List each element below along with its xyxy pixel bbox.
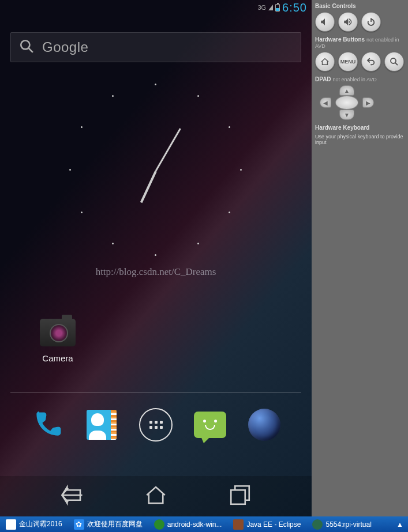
dock-bar	[0, 403, 312, 446]
dock-divider	[10, 393, 301, 393]
contacts-icon	[87, 410, 117, 440]
app-icon	[154, 519, 164, 530]
dpad-control: ▲ ▼ ◀ ▶	[315, 85, 379, 120]
apps-drawer-icon	[139, 408, 173, 442]
navigation-bar	[0, 476, 312, 516]
back-button[interactable]	[60, 483, 84, 510]
volume-down-button[interactable]	[315, 12, 335, 32]
emulator-menu-button[interactable]: MENU	[338, 52, 358, 71]
dpad-right[interactable]: ▶	[362, 97, 374, 108]
taskbar-item[interactable]: android-sdk-win...	[148, 516, 228, 532]
windows-taskbar: 金山词霸2016 ✿欢迎使用百度网盘 android-sdk-win... Ja…	[0, 516, 408, 532]
globe-icon	[248, 409, 280, 441]
hw-buttons-label: Hardware Buttons not enabled in AVD	[315, 36, 405, 49]
analog-clock-widget[interactable]	[69, 84, 242, 256]
svg-rect-2	[231, 490, 245, 504]
taskbar-item[interactable]: ✿欢迎使用百度网盘	[68, 516, 148, 532]
search-icon	[19, 39, 34, 56]
power-button[interactable]	[361, 12, 381, 32]
home-button[interactable]	[144, 483, 168, 510]
basic-controls-label: Basic Controls	[315, 3, 405, 9]
phone-app[interactable]	[29, 406, 66, 443]
recent-apps-button[interactable]	[228, 483, 252, 510]
hour-hand	[140, 171, 157, 203]
emulator-controls-panel: Basic Controls Hardware Buttons not enab…	[312, 0, 408, 516]
app-icon: ✿	[74, 519, 84, 530]
svg-line-1	[28, 48, 33, 52]
camera-label: Camera	[35, 353, 81, 363]
app-icon	[233, 519, 244, 530]
emulator-screen: 3G 6:50 Google http://blog.csdn.net/C_Dr…	[0, 0, 312, 516]
watermark-text: http://blog.csdn.net/C_Dreams	[0, 266, 312, 278]
camera-icon	[40, 319, 76, 346]
camera-app-icon[interactable]: Camera	[35, 319, 81, 363]
emulator-search-button[interactable]	[384, 52, 404, 71]
status-bar: 3G 6:50	[0, 0, 312, 15]
hw-keyboard-note: Use your physical keyboard to provide in…	[315, 134, 405, 145]
svg-point-0	[21, 40, 29, 49]
taskbar-item[interactable]: Java EE - Eclipse	[227, 516, 306, 532]
dpad-down[interactable]: ▼	[339, 110, 354, 120]
browser-app[interactable]	[246, 406, 283, 443]
messaging-icon	[194, 412, 226, 438]
app-icon	[6, 519, 16, 530]
dpad-left[interactable]: ◀	[320, 97, 331, 108]
minute-hand	[155, 128, 181, 171]
tray-chevron-icon: ▲	[396, 520, 403, 529]
emulator-home-button[interactable]	[315, 52, 335, 71]
contacts-app[interactable]	[83, 406, 120, 443]
dpad-center[interactable]	[335, 96, 358, 110]
hw-keyboard-label: Hardware Keyboard	[315, 124, 405, 131]
status-clock: 6:50	[282, 1, 307, 14]
signal-icon	[268, 5, 273, 10]
volume-up-button[interactable]	[338, 12, 358, 32]
system-tray[interactable]: ▲	[396, 520, 408, 529]
apps-drawer-button[interactable]	[137, 406, 174, 443]
taskbar-item[interactable]: 金山词霸2016	[0, 516, 68, 532]
app-icon	[312, 519, 323, 530]
battery-icon	[275, 4, 280, 12]
google-search-bar[interactable]: Google	[10, 32, 301, 62]
emulator-back-button[interactable]	[361, 52, 381, 71]
network-indicator: 3G	[257, 4, 266, 11]
dpad-label: DPAD not enabled in AVD	[315, 76, 405, 82]
search-placeholder: Google	[42, 39, 88, 55]
messaging-app[interactable]	[192, 406, 229, 443]
dpad-up[interactable]: ▲	[339, 85, 354, 96]
svg-line-6	[395, 63, 398, 66]
taskbar-item[interactable]: 5554:rpi-virtual	[306, 516, 377, 532]
